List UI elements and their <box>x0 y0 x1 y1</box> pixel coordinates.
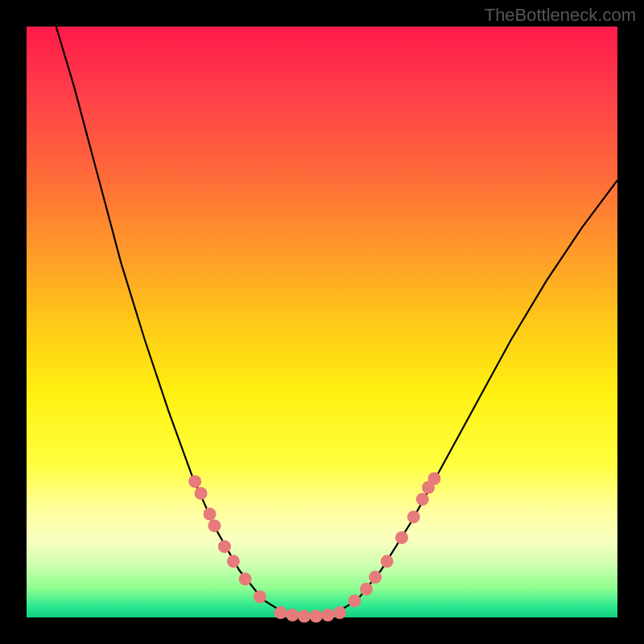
data-dot <box>204 508 217 521</box>
data-dots <box>188 473 440 623</box>
data-dot <box>321 609 334 621</box>
data-dot <box>348 594 361 607</box>
data-dot <box>275 606 287 619</box>
data-dot <box>218 540 231 553</box>
data-dot <box>428 473 441 485</box>
data-dot <box>416 493 429 506</box>
chart-frame <box>0 0 644 644</box>
data-dot <box>208 519 221 532</box>
data-dot <box>298 610 311 623</box>
plot-area <box>27 27 617 617</box>
data-dot <box>188 475 201 488</box>
data-dot <box>360 583 373 596</box>
data-dot <box>369 571 382 584</box>
data-dot <box>333 606 346 619</box>
bottleneck-curve <box>56 27 617 617</box>
data-dot <box>239 572 252 585</box>
data-dot <box>407 510 420 523</box>
data-dot <box>254 590 266 603</box>
data-dot <box>286 609 299 621</box>
chart-svg <box>27 27 617 617</box>
watermark-text: TheBottleneck.com <box>485 5 636 26</box>
data-dot <box>227 555 240 568</box>
data-dot <box>310 610 323 623</box>
data-dot <box>195 487 208 500</box>
data-dot <box>381 555 394 568</box>
data-dot <box>395 531 408 544</box>
curve-path <box>56 27 617 617</box>
